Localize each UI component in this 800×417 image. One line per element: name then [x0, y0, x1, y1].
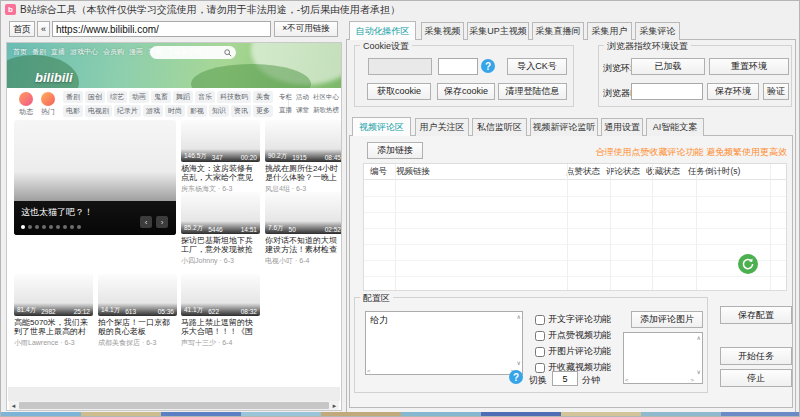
- channel-pill[interactable]: 影视: [187, 105, 207, 117]
- site-search-box[interactable]: [150, 46, 236, 59]
- tab-ai-copywriting[interactable]: AI智能文案: [646, 118, 704, 136]
- video-uploader[interactable]: 电视小叮 · 6-4: [265, 256, 342, 266]
- start-task-button[interactable]: 开始任务: [720, 347, 792, 365]
- side-link[interactable]: 直播: [279, 106, 292, 115]
- tab-collect-user[interactable]: 采集用户: [587, 22, 632, 40]
- video-thumbnail[interactable]: 85.2万 5446 14:51: [181, 192, 260, 234]
- scroll-left-icon[interactable]: <: [625, 377, 629, 383]
- stop-button[interactable]: 停止: [720, 369, 792, 387]
- channel-pill[interactable]: 时尚: [165, 105, 185, 117]
- channel-pill[interactable]: 综艺: [107, 91, 127, 103]
- cookie-input[interactable]: [438, 58, 478, 75]
- channel-pill[interactable]: 音乐: [195, 91, 215, 103]
- task-table[interactable]: 编号 视频链接 点赞状态 评论状态 收藏状态 任务倒计时(s): [363, 163, 787, 291]
- channel-pill[interactable]: 科技数码: [217, 91, 251, 103]
- video-title[interactable]: 高能5070米，我们来到了世界上最高的村庄！: [14, 318, 93, 336]
- side-link[interactable]: 新歌热榜: [313, 106, 339, 115]
- video-title[interactable]: 杨海文：这房装修有点乱，大家给个意见: [181, 164, 260, 182]
- check-like-video[interactable]: 开点赞视频功能: [535, 329, 611, 342]
- video-card[interactable]: 81.4万 2982 25:12 高能5070米，我们来到了世界上最高的村庄！ …: [14, 274, 93, 348]
- tab-user-follow[interactable]: 用户关注区: [415, 118, 469, 136]
- carousel-prev-button[interactable]: ‹: [140, 216, 152, 228]
- scroll-up-icon[interactable]: ∧: [517, 313, 521, 320]
- check-text-comment[interactable]: 开文字评论功能: [535, 313, 611, 326]
- dynamic-label[interactable]: 动态: [19, 107, 33, 117]
- home-button[interactable]: 首页: [9, 21, 35, 37]
- col-header-index[interactable]: 编号: [364, 166, 396, 178]
- video-title[interactable]: 拍个探店！一口京都般的良心老板: [98, 318, 177, 336]
- side-link[interactable]: 活动: [296, 93, 309, 102]
- video-card[interactable]: 90.2万 1915 08:45 挑战在厕所住24小时是什么体验？一晚上奔波不停…: [265, 120, 342, 194]
- comment-text-area[interactable]: 给力 ∧ ∨ < >: [365, 311, 523, 375]
- check-image-comment[interactable]: 开图片评论功能: [535, 345, 611, 358]
- video-thumbnail[interactable]: 90.2万 1915 08:45: [265, 120, 342, 162]
- tab-collect-live[interactable]: 采集直播间: [532, 22, 584, 40]
- scroll-up-icon[interactable]: ∧: [697, 334, 701, 341]
- carousel-next-button[interactable]: ›: [156, 216, 168, 228]
- channel-pill[interactable]: 游戏: [143, 105, 163, 117]
- video-thumbnail[interactable]: 7.6万 50 02:52: [265, 192, 342, 234]
- col-header-comment[interactable]: 评论状态: [606, 166, 646, 178]
- side-link[interactable]: 专栏: [279, 93, 292, 102]
- video-thumbnail[interactable]: 14.1万 613 05:36: [98, 274, 177, 316]
- hot-label[interactable]: 热门: [41, 107, 55, 117]
- refresh-icon[interactable]: [738, 254, 758, 274]
- side-link[interactable]: 社区中心: [313, 93, 339, 102]
- cookie-help-icon[interactable]: ?: [481, 59, 495, 73]
- channel-pill-more[interactable]: 更多: [253, 105, 273, 117]
- nav-link-home[interactable]: 首页: [13, 47, 27, 57]
- col-header-like[interactable]: 点赞状态: [566, 166, 606, 178]
- add-comment-image-button[interactable]: 添加评论图片: [631, 311, 703, 328]
- checkbox[interactable]: [535, 315, 545, 325]
- video-title[interactable]: 马路上禁止逗留的快乐大合唱！！！《国家流浪》: [181, 318, 260, 336]
- video-card[interactable]: 41.1万 622 08:32 马路上禁止逗留的快乐大合唱！！！《国家流浪》 声…: [181, 274, 260, 348]
- tab-new-comment-listen[interactable]: 视频新评论监听: [530, 118, 598, 136]
- video-thumbnail[interactable]: 81.4万 2982 25:12: [14, 274, 93, 316]
- switch-minutes-input[interactable]: [552, 371, 578, 386]
- video-card[interactable]: 85.2万 5446 14:51 探访巴基斯坦地下兵工厂，意外发现被抢大巴，各种…: [181, 192, 260, 266]
- col-header-countdown[interactable]: 任务倒计时(s): [688, 166, 764, 178]
- horizontal-scrollbar[interactable]: ◄ ►: [9, 401, 339, 410]
- video-uploader[interactable]: 小雨Lawrence · 6-3: [14, 338, 93, 348]
- video-uploader[interactable]: 声写十三少 · 6-4: [181, 338, 260, 348]
- checkbox[interactable]: [535, 347, 545, 357]
- tab-dm-listen[interactable]: 私信监听区: [472, 118, 527, 136]
- url-input[interactable]: [52, 21, 271, 37]
- video-thumbnail[interactable]: 41.1万 622 08:32: [181, 274, 260, 316]
- reset-env-button[interactable]: 重置环境: [709, 58, 789, 75]
- nav-link-live[interactable]: 直播: [51, 47, 65, 57]
- config-help-icon[interactable]: ?: [509, 370, 523, 384]
- channel-pill[interactable]: 番剧: [63, 91, 83, 103]
- channel-pill[interactable]: 美食: [253, 91, 273, 103]
- tab-collect-comment[interactable]: 采集评论: [635, 22, 680, 40]
- cookie-slot-box[interactable]: [368, 58, 432, 75]
- scroll-right-icon[interactable]: >: [690, 377, 694, 383]
- col-header-link[interactable]: 视频链接: [396, 166, 566, 178]
- browser-ip-input[interactable]: [631, 83, 703, 100]
- tab-collect-up-video[interactable]: 采集UP主视频: [467, 22, 529, 40]
- side-link[interactable]: 课堂: [296, 106, 309, 115]
- video-title[interactable]: 挑战在厕所住24小时是什么体验？一晚上奔波不停，没想到有那…: [265, 164, 342, 182]
- video-title[interactable]: 你对话不知道的大坝建设方法！素材检查高清版本录制！: [265, 236, 342, 254]
- save-env-button[interactable]: 保存环境: [707, 83, 759, 100]
- hot-icon[interactable]: [41, 92, 55, 106]
- tab-video-comment[interactable]: 视频评论区: [352, 117, 411, 136]
- scrollbar-thumb[interactable]: [19, 402, 329, 409]
- tab-collect-video[interactable]: 采集视频: [421, 22, 464, 40]
- dynamic-icon[interactable]: [19, 92, 33, 106]
- nav-link-gamecenter[interactable]: 游戏中心: [70, 47, 98, 57]
- scroll-left-icon[interactable]: <: [367, 368, 371, 374]
- channel-pill[interactable]: 资讯: [231, 105, 251, 117]
- get-cookie-button[interactable]: 获取cookie: [367, 83, 431, 100]
- video-uploader[interactable]: 小四Johnny · 6-3: [181, 256, 260, 266]
- channel-pill[interactable]: 纪录片: [114, 105, 141, 117]
- bilibili-logo[interactable]: bilibili: [35, 70, 73, 85]
- comment-image-listbox[interactable]: ∧ ∨ < >: [623, 332, 703, 384]
- channel-pill[interactable]: 动画: [129, 91, 149, 103]
- save-cookie-button[interactable]: 保存cookie: [437, 83, 495, 100]
- scroll-left-icon[interactable]: ◄: [9, 403, 18, 409]
- video-uploader[interactable]: 成都美食探店 · 6-3: [98, 338, 177, 348]
- link-status-button[interactable]: ×不可用链接: [274, 21, 338, 37]
- channel-pill[interactable]: 知识: [209, 105, 229, 117]
- add-link-button[interactable]: 添加链接: [367, 142, 423, 159]
